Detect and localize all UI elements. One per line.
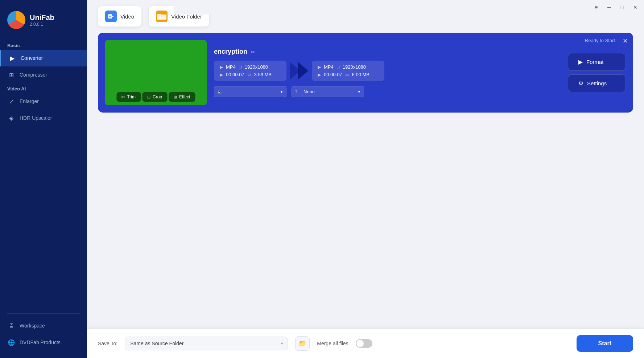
output-format-line: ▶ MP4 ⊡ 1920x1080 [318, 64, 379, 70]
audio-select[interactable] [214, 86, 286, 97]
video-card: ✂ Trim ⊡ Crop ⊞ Effect encryption [98, 33, 633, 113]
source-info-box: ▶ MP4 ⊡ 1920x1080 ▶ 00:00:07 🗂 3.59 MB [214, 61, 286, 81]
trim-icon: ✂ [121, 95, 125, 99]
workspace-icon: 🖥 [7, 322, 15, 330]
sidebar-item-converter-label: Converter [21, 55, 43, 61]
save-to-select-wrapper: Same as Source Folder Custom Folder [125, 337, 288, 350]
edit-icon[interactable]: ✏ [251, 49, 255, 55]
subtitle-select-wrapper: T None ▼ [292, 86, 364, 97]
sidebar-item-workspace[interactable]: 🖥 Workspace [0, 317, 87, 334]
sidebar-item-workspace-label: Workspace [20, 323, 45, 329]
sidebar-item-hdr[interactable]: ◈ HDR Upscaler [0, 110, 87, 126]
sidebar-item-dvdfab[interactable]: 🌐 DVDFab Products [0, 334, 87, 351]
save-to-label: Save To: [98, 341, 117, 346]
hdr-icon: ◈ [7, 114, 15, 122]
maximize-button[interactable]: □ [617, 2, 627, 12]
output-size-icon: 🗂 [345, 73, 349, 77]
save-to-select[interactable]: Same as Source Folder Custom Folder [125, 337, 288, 350]
output-resolution: 1920x1080 [343, 64, 366, 70]
card-close-button[interactable]: ✕ [623, 37, 628, 45]
effect-icon: ⊞ [174, 95, 177, 99]
output-info-box: ▶ MP4 ⊡ 1920x1080 ▶ 00:00:07 🗂 6.00 MB [312, 61, 384, 81]
title-bar: ≡ ─ □ ✕ [174, 0, 644, 15]
dvdfab-icon: 🌐 [7, 338, 15, 346]
audio-select-wrapper: 🔈 ▼ [214, 86, 286, 97]
output-duration: 00:00:07 [324, 72, 342, 77]
folder-browse-icon: 📁 [298, 339, 306, 347]
start-button[interactable]: Start [577, 335, 633, 352]
ready-label: Ready to Start [585, 38, 615, 43]
sidebar-section-basic: Basic [0, 40, 87, 50]
source-format-icon: ▶ [220, 65, 223, 70]
sidebar-item-dvdfab-label: DVDFab Products [20, 339, 61, 345]
folder-browse-button[interactable]: 📁 [295, 336, 310, 351]
format-btn-label: Format [586, 59, 604, 65]
menu-button[interactable]: ≡ [591, 2, 601, 12]
source-size: 3.59 MB [254, 72, 272, 77]
settings-button[interactable]: ⚙ Settings [568, 74, 626, 92]
add-video-button[interactable]: + Video [98, 6, 141, 27]
video-name: encryption [214, 48, 247, 56]
source-time-line: ▶ 00:00:07 🗂 3.59 MB [220, 72, 281, 77]
output-time-icon: ▶ [318, 72, 321, 77]
sidebar-item-enlarger[interactable]: ⤢ Enlarger [0, 93, 87, 110]
output-format: MP4 [324, 64, 334, 70]
video-thumbnail: ✂ Trim ⊡ Crop ⊞ Effect [105, 40, 207, 105]
settings-btn-label: Settings [587, 80, 607, 86]
format-row: ▶ MP4 ⊡ 1920x1080 ▶ 00:00:07 🗂 3.59 MB [214, 61, 561, 81]
sidebar-section-video-ai: Video AI [0, 83, 87, 93]
source-resolution: 1920x1080 [245, 64, 268, 70]
minimize-button[interactable]: ─ [604, 2, 614, 12]
source-resolution-icon: ⊡ [239, 65, 242, 69]
video-title-row: encryption ✏ [214, 48, 561, 56]
add-folder-icon: + [156, 11, 168, 22]
right-buttons: ▶ Format ⚙ Settings [568, 53, 626, 92]
crop-icon: ⊡ [147, 95, 150, 99]
effect-button[interactable]: ⊞ Effect [169, 92, 195, 102]
content-area: ✂ Trim ⊡ Crop ⊞ Effect encryption [87, 33, 644, 329]
output-format-icon: ▶ [318, 65, 321, 70]
sidebar-divider [7, 313, 80, 314]
trim-button[interactable]: ✂ Trim [116, 92, 141, 102]
main-content: ≡ ─ □ ✕ + Video + Video Folder [87, 0, 644, 358]
svg-text:+: + [160, 15, 162, 19]
arrow-connector [290, 62, 308, 80]
merge-toggle[interactable] [356, 339, 372, 348]
output-size: 6.00 MB [352, 72, 370, 77]
source-format-line: ▶ MP4 ⊡ 1920x1080 [220, 64, 281, 70]
close-button[interactable]: ✕ [630, 2, 640, 12]
compressor-icon: ⊞ [7, 71, 15, 79]
bottom-bar: Save To: Same as Source Folder Custom Fo… [87, 329, 644, 358]
sidebar-bottom: 🖥 Workspace 🌐 DVDFab Products [0, 310, 87, 358]
video-info: encryption ✏ ▶ MP4 ⊡ 1920x1080 ▶ [214, 48, 561, 97]
sidebar-item-compressor-label: Compressor [20, 72, 47, 78]
source-time-icon: ▶ [220, 72, 223, 77]
trim-label: Trim [127, 94, 136, 99]
source-duration: 00:00:07 [226, 72, 244, 77]
audio-subtitle-row: 🔈 ▼ T None ▼ [214, 86, 561, 97]
arrow-2 [298, 62, 308, 80]
output-time-line: ▶ 00:00:07 🗂 6.00 MB [318, 72, 379, 77]
sidebar-item-hdr-label: HDR Upscaler [20, 115, 52, 121]
add-video-label: Video [120, 13, 134, 20]
crop-button[interactable]: ⊡ Crop [142, 92, 167, 102]
converter-icon: ▶ [8, 54, 16, 62]
app-version: 2.0.0.1 [30, 22, 54, 27]
merge-label: Merge all files [317, 341, 348, 346]
logo-area: UniFab 2.0.0.1 [0, 7, 87, 40]
svg-text:+: + [109, 15, 111, 18]
source-format: MP4 [226, 64, 236, 70]
output-resolution-icon: ⊡ [337, 65, 340, 69]
effect-label: Effect [179, 94, 190, 99]
svg-marker-1 [112, 16, 114, 17]
subtitle-select[interactable]: None [292, 86, 364, 97]
source-size-icon: 🗂 [247, 73, 251, 77]
app-logo-icon [7, 11, 25, 29]
sidebar-item-compressor[interactable]: ⊞ Compressor [0, 66, 87, 83]
app-name: UniFab [30, 13, 54, 22]
sidebar-item-enlarger-label: Enlarger [20, 98, 39, 104]
crop-label: Crop [153, 94, 162, 99]
format-button[interactable]: ▶ Format [568, 53, 626, 71]
add-video-icon: + [105, 11, 117, 22]
sidebar-item-converter[interactable]: ▶ Converter [0, 50, 87, 66]
